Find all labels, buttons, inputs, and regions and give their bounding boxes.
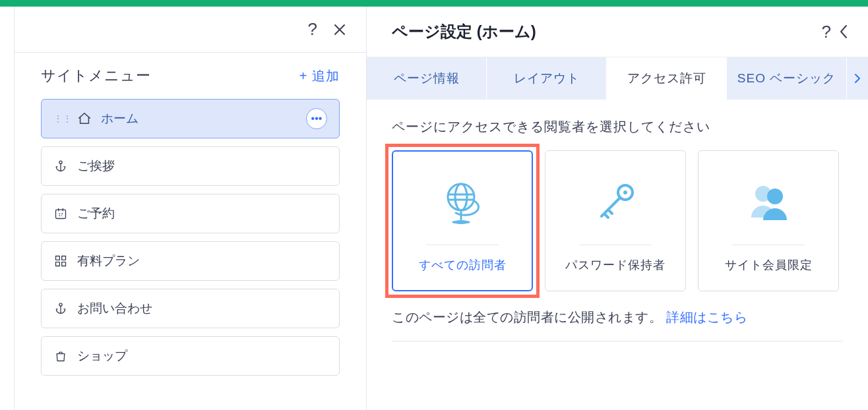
access-prompt: ページにアクセスできる閲覧者を選択してください — [392, 118, 843, 136]
access-option-label: サイト会員限定 — [725, 257, 813, 273]
sidebar-item-1[interactable]: ご挨拶 — [41, 146, 340, 186]
sidebar-item-label: ホーム — [101, 110, 139, 127]
globe-icon — [436, 169, 489, 235]
anchor-icon — [53, 301, 68, 316]
help-icon[interactable]: ? — [308, 19, 317, 40]
access-footer: このページは全ての訪問者に公開されます。 詳細はこちら — [392, 308, 843, 341]
svg-point-9 — [455, 184, 467, 210]
access-option-label: すべての訪問者 — [419, 257, 507, 273]
sidebar-item-0[interactable]: ⋮⋮ホーム••• — [41, 99, 340, 138]
site-menu-panel: ? サイトメニュー + 追加 ⋮⋮ホーム•••ご挨拶17ご予約有料プランお問い合… — [15, 7, 367, 410]
sidebar-item-label: お問い合わせ — [77, 300, 152, 317]
svg-point-14 — [767, 189, 783, 204]
svg-text:17: 17 — [58, 212, 63, 217]
sidebar-item-label: ショップ — [77, 347, 127, 365]
sidebar-item-4[interactable]: お問い合わせ — [41, 289, 340, 328]
tab-3[interactable]: SEO ベーシック — [727, 57, 847, 100]
sidebar-item-3[interactable]: 有料プラン — [41, 241, 340, 281]
access-option-0[interactable]: すべての訪問者 — [392, 150, 533, 291]
tabs-scroll-right[interactable] — [847, 57, 868, 100]
help-icon[interactable]: ? — [822, 22, 831, 42]
svg-rect-6 — [62, 262, 66, 266]
access-option-1[interactable]: パスワード保持者 — [545, 150, 686, 291]
members-icon — [743, 169, 793, 235]
tab-1[interactable]: レイアウト — [487, 57, 607, 100]
learn-more-link[interactable]: 詳細はこちら — [666, 310, 747, 324]
anchor-icon — [53, 159, 68, 173]
sidebar-item-2[interactable]: 17ご予約 — [41, 194, 340, 233]
svg-point-12 — [623, 190, 627, 194]
grid-icon — [53, 254, 68, 268]
bag-icon — [53, 349, 68, 363]
sidebar-item-label: 有料プラン — [77, 252, 140, 270]
calendar-icon: 17 — [53, 206, 68, 221]
access-option-2[interactable]: サイト会員限定 — [698, 150, 839, 291]
key-icon — [592, 169, 638, 235]
sidebar-item-5[interactable]: ショップ — [41, 336, 340, 376]
home-icon — [77, 111, 92, 126]
tab-0[interactable]: ページ情報 — [367, 57, 487, 100]
more-options-button[interactable]: ••• — [306, 108, 327, 129]
tab-2[interactable]: アクセス許可 — [607, 57, 727, 100]
footer-text: このページは全ての訪問者に公開されます。 — [392, 310, 666, 324]
svg-point-10 — [453, 220, 469, 224]
back-icon[interactable] — [839, 24, 848, 39]
svg-rect-4 — [62, 256, 66, 260]
close-icon[interactable] — [333, 23, 346, 36]
page-settings-title: ページ設定 (ホーム) — [392, 21, 536, 42]
site-menu-title: サイトメニュー — [41, 66, 151, 86]
svg-rect-3 — [56, 256, 60, 260]
svg-point-8 — [448, 184, 474, 210]
add-page-button[interactable]: + 追加 — [299, 67, 340, 85]
page-settings-panel: ページ設定 (ホーム) ? ページ情報レイアウトアクセス許可SEO ベーシック … — [367, 7, 868, 410]
drag-handle-icon[interactable]: ⋮⋮ — [53, 113, 72, 124]
svg-rect-5 — [56, 262, 60, 266]
sidebar-item-label: ご予約 — [77, 205, 115, 222]
edge-column — [0, 7, 15, 410]
access-option-label: パスワード保持者 — [565, 257, 666, 273]
sidebar-item-label: ご挨拶 — [77, 158, 115, 175]
